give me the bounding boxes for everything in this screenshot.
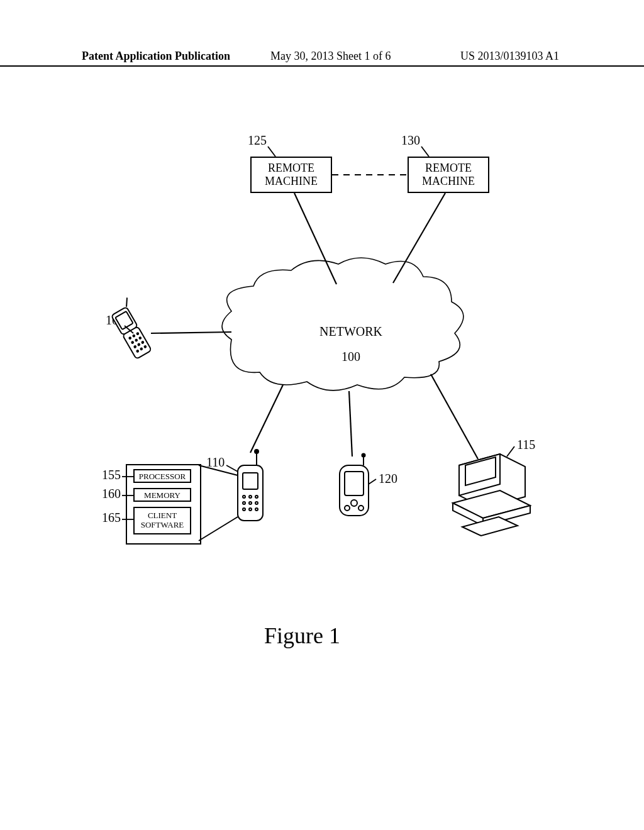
pda-icon <box>340 454 369 516</box>
svg-line-52 <box>507 446 514 456</box>
svg-point-12 <box>135 339 138 341</box>
svg-point-9 <box>133 335 135 337</box>
mobile-phone-icon <box>238 450 263 521</box>
svg-point-18 <box>140 348 143 350</box>
svg-line-3 <box>294 193 336 284</box>
svg-line-50 <box>369 479 376 484</box>
svg-point-49 <box>362 454 365 457</box>
svg-point-14 <box>134 346 136 348</box>
svg-line-1 <box>421 147 429 157</box>
svg-line-0 <box>268 147 275 157</box>
svg-line-20 <box>123 297 131 306</box>
svg-rect-43 <box>340 465 369 516</box>
svg-line-38 <box>199 465 238 475</box>
diagram-svg <box>0 0 644 830</box>
svg-line-51 <box>349 391 352 456</box>
network-cloud-icon <box>222 258 464 390</box>
svg-point-17 <box>136 350 139 353</box>
svg-line-53 <box>431 374 478 459</box>
svg-rect-23 <box>238 465 263 521</box>
svg-point-13 <box>139 337 142 340</box>
svg-point-15 <box>138 343 140 346</box>
svg-line-36 <box>226 465 238 472</box>
svg-point-19 <box>144 346 147 348</box>
flip-phone-icon <box>108 297 156 359</box>
svg-line-39 <box>199 517 238 541</box>
svg-point-8 <box>129 337 131 340</box>
svg-line-37 <box>250 385 283 453</box>
desktop-computer-icon <box>453 454 530 536</box>
svg-point-16 <box>142 341 144 344</box>
svg-point-11 <box>131 341 134 344</box>
svg-point-26 <box>255 450 258 453</box>
svg-point-10 <box>136 333 139 335</box>
svg-line-22 <box>151 332 231 333</box>
